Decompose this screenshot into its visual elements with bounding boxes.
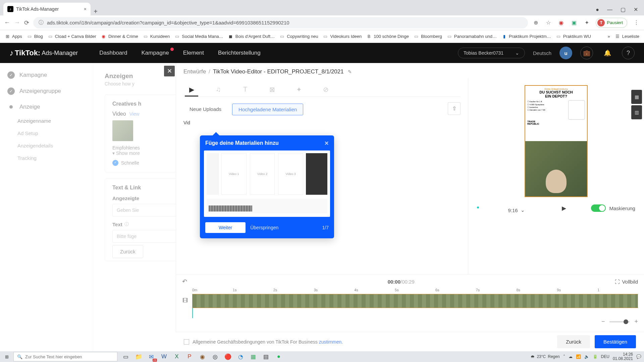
aspect-ratio-dropdown[interactable]: 9:16⌄ [504,205,529,215]
agb-checkbox[interactable] [184,339,189,345]
undo-icon[interactable]: ↶ [182,278,187,285]
close-editor-icon[interactable]: ✕ [164,66,175,76]
footer-confirm-button[interactable]: Bestätigen [595,335,636,348]
profile-chip[interactable]: T Pausiert [596,18,627,28]
language-indicator[interactable]: DEU [601,354,609,359]
maximize-icon[interactable]: ▢ [621,6,626,13]
account-dropdown[interactable]: Tobias Becker0731⌄ [458,48,525,58]
bookmark-item[interactable]: ▮Praktikum Projektm… [501,34,551,39]
help-icon[interactable]: ? [622,47,635,59]
extension-icon-1[interactable]: ◉ [557,19,565,26]
agb-link[interactable]: zustimmen. [319,339,343,345]
play-icon[interactable]: ▶ [562,205,566,212]
edit-name-icon[interactable]: ✎ [348,69,352,74]
notifications-icon[interactable]: 💬 [636,354,641,359]
video-preview[interactable]: Deine Anlageberatung DU SUCHST NOCH EIN … [525,85,588,197]
back-icon[interactable]: ← [4,19,10,26]
language-selector[interactable]: Deutsch [533,50,551,56]
business-icon[interactable]: 💼 [580,47,593,59]
apps-bookmark[interactable]: ⊞Apps [5,34,22,39]
nav-reporting[interactable]: Berichterstellung [218,50,261,56]
reading-list[interactable]: ☰Leseliste [615,34,639,39]
bookmark-star-icon[interactable]: ☆ [545,19,552,26]
bookmark-item[interactable]: ▭Social Media Mana… [174,34,223,39]
bookmark-item[interactable]: ▭Praktikum WU [556,34,591,39]
minimize-icon[interactable]: — [607,7,612,13]
export-icon[interactable]: ⇧ [448,102,461,115]
bookmark-item[interactable]: ▭Kursideen [143,34,170,39]
preview-tool-1-icon[interactable]: ▦ [631,90,642,104]
new-tab-button[interactable]: + [91,8,101,15]
account-dot-icon[interactable]: ● [596,7,599,13]
site-info-icon[interactable]: ⓘ [39,19,44,26]
nav-dashboard[interactable]: Dashboard [99,50,127,56]
battery-icon[interactable]: 🔋 [593,354,598,359]
reload-icon[interactable]: ⟳ [24,19,29,26]
tab-effects-icon[interactable]: ✦ [292,83,306,97]
chrome-icon[interactable]: 🔴 [222,352,233,362]
volume-icon[interactable]: 🔈 [584,354,589,359]
start-button[interactable]: ⊞ [0,351,13,362]
excel-icon[interactable]: X [171,352,182,362]
nav-kampagne[interactable]: Kampagne [141,50,169,56]
zoom-slider[interactable] [609,321,630,322]
zoom-icon[interactable]: ⊕ [532,19,539,26]
extension-icon-2[interactable]: ▣ [570,19,578,26]
zoom-in-icon[interactable]: + [634,318,638,325]
bookmark-item[interactable]: ▭Copywriting neu [279,34,318,39]
app-icon-2[interactable]: ▦ [248,352,259,362]
taskbar-search[interactable]: 🔍Zur Suche Text hier eingeben [13,352,117,361]
nav-element[interactable]: Element [183,50,204,56]
network-icon[interactable]: 📶 [576,354,581,359]
bookmark-item[interactable]: ◉Dinner & Crime [101,34,138,39]
bookmark-item[interactable]: ◼Bois d'Argent Duft… [228,34,275,39]
bookmark-item[interactable]: ▭Videokurs Ideen [323,34,362,39]
tray-chevron-icon[interactable]: ˄ [563,354,565,359]
bell-icon[interactable]: 🔔 [601,47,614,59]
crumb-drafts[interactable]: Entwürfe [183,68,206,75]
upload-tab-new[interactable]: Neue Uploads [183,104,227,115]
menu-dots-icon[interactable]: ⋮ [633,19,640,26]
user-avatar[interactable]: u [559,47,572,59]
close-window-icon[interactable]: ✕ [634,6,638,13]
powerpoint-icon[interactable]: P [184,352,195,362]
browser-tab[interactable]: ♪ TikTok Ads-Manager × [3,3,91,15]
tiktok-logo[interactable]: ♪ TikTok: Ads-Manager [9,48,78,58]
upload-tab-loaded[interactable]: Hochgeladene Materialien [232,104,303,115]
clock[interactable]: 14:26 01.08.2021 [613,352,633,361]
bookmark-item[interactable]: ▭Bloomberg [414,34,442,39]
explorer-icon[interactable]: 📁 [133,352,144,362]
close-tab-icon[interactable]: × [84,6,87,12]
video-track[interactable]: 🎞 [192,294,638,308]
app-icon[interactable]: ◉ [197,352,208,362]
mask-toggle[interactable] [591,204,606,212]
app-icon-3[interactable]: ▤ [260,352,272,362]
mail-icon[interactable]: ✉23 [146,352,157,362]
url-input[interactable]: ⓘ ads.tiktok.com/i18n/campaign/ad/creati… [33,17,528,28]
edge-icon[interactable]: ◔ [235,352,246,362]
tab-text-icon[interactable]: T [238,83,252,97]
tab-transition-icon[interactable]: ⊠ [265,83,279,97]
popover-skip-link[interactable]: Überspringen [250,225,278,230]
popover-close-icon[interactable]: ✕ [324,140,329,146]
tab-video-icon[interactable]: ▶ [185,83,198,97]
popover-next-button[interactable]: Weiter [205,222,246,233]
footer-back-button[interactable]: Zurück [557,335,590,348]
bookmark-item[interactable]: ▭Cload + Canva Bilder [48,34,96,39]
bookmark-item[interactable]: ▭Blog [27,34,43,39]
spotify-icon[interactable]: ● [273,352,284,362]
task-view-icon[interactable]: ▭ [120,352,131,362]
bookmark-item[interactable]: B100 schöne Dinge [366,34,409,39]
preview-tool-2-icon[interactable]: ▥ [631,105,642,119]
bookmarks-overflow-icon[interactable]: » [607,34,610,39]
time-ruler[interactable]: 0m1s2s3s4s5s6s7s8s9s1 [192,288,638,292]
word-icon[interactable]: W [158,352,170,362]
weather-widget[interactable]: 🌧 23°C Regen [531,354,559,359]
obs-icon[interactable]: ◎ [209,352,221,362]
extensions-puzzle-icon[interactable]: ✦ [583,19,590,26]
onedrive-icon[interactable]: ☁ [569,354,573,359]
tab-stickers-icon[interactable]: ⊘ [319,83,332,97]
tab-music-icon[interactable]: ♫ [212,83,225,97]
fullscreen-button[interactable]: ⛶Vollbild [615,279,638,285]
bookmark-item[interactable]: ▭Panoramabahn und… [447,34,497,39]
